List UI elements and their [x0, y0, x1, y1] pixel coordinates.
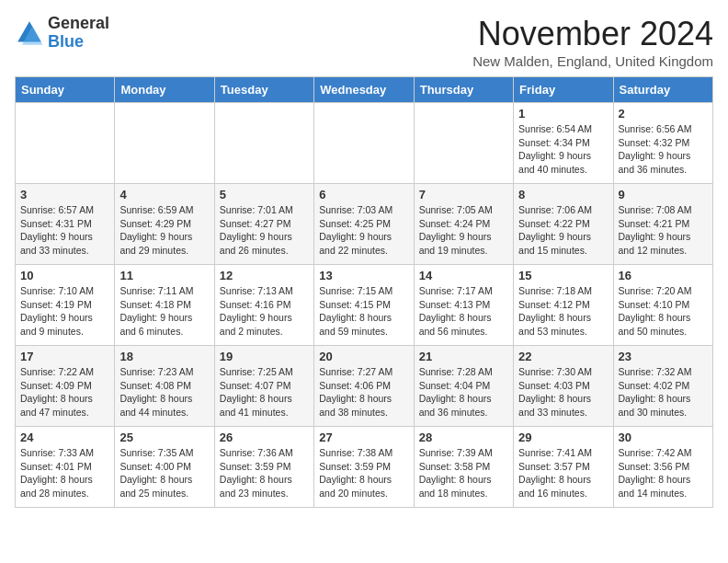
day-number: 28 — [419, 431, 508, 444]
day-info: Sunrise: 7:23 AM Sunset: 4:08 PM Dayligh… — [119, 365, 209, 419]
calendar-cell: 8Sunrise: 7:06 AM Sunset: 4:22 PM Daylig… — [514, 184, 613, 265]
day-number: 9 — [619, 188, 708, 201]
calendar-cell: 15Sunrise: 7:18 AM Sunset: 4:12 PM Dayli… — [514, 265, 613, 346]
logo-text: General Blue — [48, 15, 109, 52]
calendar-cell: 1Sunrise: 6:54 AM Sunset: 4:34 PM Daylig… — [514, 103, 613, 184]
header: General Blue November 2024 New Malden, E… — [15, 15, 713, 69]
day-number: 7 — [419, 188, 508, 201]
day-info: Sunrise: 7:35 AM Sunset: 4:00 PM Dayligh… — [119, 446, 209, 500]
header-day-tuesday: Tuesday — [214, 77, 313, 103]
day-number: 1 — [518, 107, 608, 121]
header-day-sunday: Sunday — [16, 77, 115, 103]
calendar-cell: 26Sunrise: 7:36 AM Sunset: 3:59 PM Dayli… — [214, 427, 313, 508]
day-info: Sunrise: 7:15 AM Sunset: 4:15 PM Dayligh… — [319, 284, 408, 339]
calendar-cell: 24Sunrise: 7:33 AM Sunset: 4:01 PM Dayli… — [16, 427, 115, 508]
day-info: Sunrise: 7:03 AM Sunset: 4:25 PM Dayligh… — [319, 203, 408, 258]
day-number: 10 — [20, 269, 109, 282]
calendar-cell — [414, 103, 513, 184]
title-area: November 2024 New Malden, England, Unite… — [472, 15, 713, 69]
calendar-cell: 3Sunrise: 6:57 AM Sunset: 4:31 PM Daylig… — [16, 184, 115, 265]
day-number: 27 — [319, 431, 408, 444]
logo: General Blue — [15, 15, 109, 52]
calendar-body: 1Sunrise: 6:54 AM Sunset: 4:34 PM Daylig… — [16, 103, 713, 508]
calendar-cell: 17Sunrise: 7:22 AM Sunset: 4:09 PM Dayli… — [16, 346, 115, 427]
day-number: 3 — [20, 188, 109, 201]
calendar-cell: 9Sunrise: 7:08 AM Sunset: 4:21 PM Daylig… — [613, 184, 712, 265]
day-info: Sunrise: 7:27 AM Sunset: 4:06 PM Dayligh… — [319, 365, 408, 419]
header-day-thursday: Thursday — [414, 77, 513, 103]
day-info: Sunrise: 7:11 AM Sunset: 4:18 PM Dayligh… — [119, 284, 209, 339]
header-day-saturday: Saturday — [613, 77, 712, 103]
week-row-4: 24Sunrise: 7:33 AM Sunset: 4:01 PM Dayli… — [16, 427, 713, 508]
calendar-cell: 21Sunrise: 7:28 AM Sunset: 4:04 PM Dayli… — [414, 346, 513, 427]
day-info: Sunrise: 7:41 AM Sunset: 3:57 PM Dayligh… — [518, 446, 608, 500]
day-number: 29 — [518, 431, 608, 444]
day-info: Sunrise: 7:10 AM Sunset: 4:19 PM Dayligh… — [20, 284, 109, 339]
day-info: Sunrise: 7:25 AM Sunset: 4:07 PM Dayligh… — [220, 365, 309, 419]
calendar-cell — [314, 103, 414, 184]
day-number: 17 — [20, 350, 109, 363]
day-number: 6 — [319, 188, 408, 201]
calendar-cell: 28Sunrise: 7:39 AM Sunset: 3:58 PM Dayli… — [414, 427, 513, 508]
day-number: 25 — [119, 431, 209, 444]
calendar-cell — [115, 103, 214, 184]
day-number: 20 — [319, 350, 408, 363]
calendar-cell: 20Sunrise: 7:27 AM Sunset: 4:06 PM Dayli… — [314, 346, 414, 427]
day-number: 4 — [119, 188, 209, 201]
day-number: 15 — [518, 269, 608, 282]
calendar-cell: 18Sunrise: 7:23 AM Sunset: 4:08 PM Dayli… — [115, 346, 214, 427]
header-day-monday: Monday — [115, 77, 214, 103]
day-info: Sunrise: 7:38 AM Sunset: 3:59 PM Dayligh… — [319, 446, 408, 500]
week-row-3: 17Sunrise: 7:22 AM Sunset: 4:09 PM Dayli… — [16, 346, 713, 427]
day-info: Sunrise: 7:32 AM Sunset: 4:02 PM Dayligh… — [619, 365, 708, 419]
day-number: 16 — [619, 269, 708, 282]
calendar-cell: 25Sunrise: 7:35 AM Sunset: 4:00 PM Dayli… — [115, 427, 214, 508]
day-number: 18 — [119, 350, 209, 363]
week-row-0: 1Sunrise: 6:54 AM Sunset: 4:34 PM Daylig… — [16, 103, 713, 184]
calendar-cell — [214, 103, 313, 184]
day-number: 23 — [619, 350, 708, 363]
day-number: 22 — [518, 350, 608, 363]
day-info: Sunrise: 7:13 AM Sunset: 4:16 PM Dayligh… — [220, 284, 309, 339]
calendar-cell: 11Sunrise: 7:11 AM Sunset: 4:18 PM Dayli… — [115, 265, 214, 346]
day-info: Sunrise: 6:59 AM Sunset: 4:29 PM Dayligh… — [119, 203, 209, 258]
header-day-friday: Friday — [514, 77, 613, 103]
day-info: Sunrise: 7:01 AM Sunset: 4:27 PM Dayligh… — [220, 203, 309, 258]
week-row-2: 10Sunrise: 7:10 AM Sunset: 4:19 PM Dayli… — [16, 265, 713, 346]
day-info: Sunrise: 7:20 AM Sunset: 4:10 PM Dayligh… — [619, 284, 708, 339]
day-info: Sunrise: 7:30 AM Sunset: 4:03 PM Dayligh… — [518, 365, 608, 419]
calendar-cell: 27Sunrise: 7:38 AM Sunset: 3:59 PM Dayli… — [314, 427, 414, 508]
calendar-cell: 22Sunrise: 7:30 AM Sunset: 4:03 PM Dayli… — [514, 346, 613, 427]
day-info: Sunrise: 7:22 AM Sunset: 4:09 PM Dayligh… — [20, 365, 109, 419]
day-number: 11 — [119, 269, 209, 282]
day-info: Sunrise: 7:39 AM Sunset: 3:58 PM Dayligh… — [419, 446, 508, 500]
day-info: Sunrise: 7:08 AM Sunset: 4:21 PM Dayligh… — [619, 203, 708, 258]
day-number: 24 — [20, 431, 109, 444]
calendar-cell: 23Sunrise: 7:32 AM Sunset: 4:02 PM Dayli… — [613, 346, 712, 427]
day-info: Sunrise: 7:36 AM Sunset: 3:59 PM Dayligh… — [220, 446, 309, 500]
day-number: 21 — [419, 350, 508, 363]
day-info: Sunrise: 7:28 AM Sunset: 4:04 PM Dayligh… — [419, 365, 508, 419]
day-number: 2 — [619, 107, 708, 121]
day-info: Sunrise: 6:56 AM Sunset: 4:32 PM Dayligh… — [619, 122, 708, 177]
day-info: Sunrise: 7:42 AM Sunset: 3:56 PM Dayligh… — [619, 446, 708, 500]
day-number: 30 — [619, 431, 708, 444]
day-number: 8 — [518, 188, 608, 201]
logo-icon — [15, 18, 44, 48]
day-info: Sunrise: 6:54 AM Sunset: 4:34 PM Dayligh… — [518, 122, 608, 177]
day-info: Sunrise: 7:17 AM Sunset: 4:13 PM Dayligh… — [419, 284, 508, 339]
calendar-cell: 19Sunrise: 7:25 AM Sunset: 4:07 PM Dayli… — [214, 346, 313, 427]
day-number: 19 — [220, 350, 309, 363]
calendar-cell: 30Sunrise: 7:42 AM Sunset: 3:56 PM Dayli… — [613, 427, 712, 508]
calendar-cell: 5Sunrise: 7:01 AM Sunset: 4:27 PM Daylig… — [214, 184, 313, 265]
day-number: 12 — [220, 269, 309, 282]
day-number: 13 — [319, 269, 408, 282]
calendar-cell: 7Sunrise: 7:05 AM Sunset: 4:24 PM Daylig… — [414, 184, 513, 265]
logo-general-text: General — [48, 15, 109, 33]
calendar-cell: 14Sunrise: 7:17 AM Sunset: 4:13 PM Dayli… — [414, 265, 513, 346]
calendar-cell: 10Sunrise: 7:10 AM Sunset: 4:19 PM Dayli… — [16, 265, 115, 346]
calendar-cell: 2Sunrise: 6:56 AM Sunset: 4:32 PM Daylig… — [613, 103, 712, 184]
header-row: SundayMondayTuesdayWednesdayThursdayFrid… — [16, 77, 713, 103]
calendar-header: SundayMondayTuesdayWednesdayThursdayFrid… — [16, 77, 713, 103]
location-subtitle: New Malden, England, United Kingdom — [472, 53, 713, 69]
